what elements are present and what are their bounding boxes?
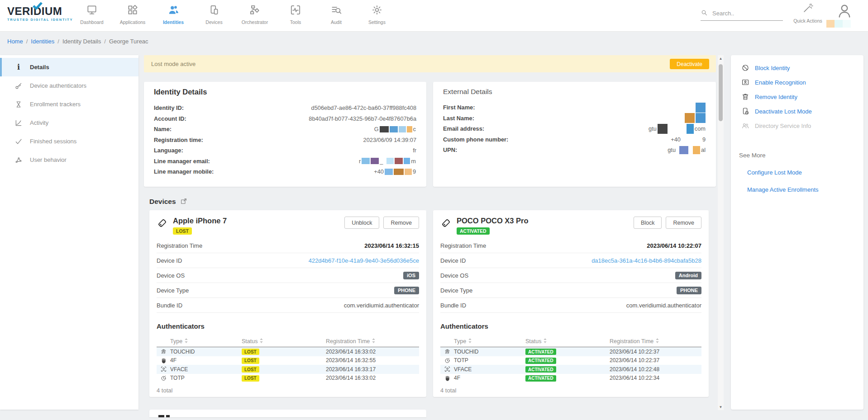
column-header-registration-time[interactable]: Registration Time <box>610 338 701 344</box>
block-button[interactable]: Block <box>634 217 662 229</box>
remove-button[interactable]: Remove <box>666 217 701 229</box>
device-field-label: Device OS <box>157 272 185 279</box>
device-field-label: Bundle ID <box>157 302 182 309</box>
authenticator-row[interactable]: VFACEACTIVATED2023/06/14 10:22:48 <box>440 365 701 374</box>
authenticator-row[interactable]: TOUCHIDACTIVATED2023/06/14 10:22:37 <box>440 347 701 356</box>
face-scan-icon <box>157 366 170 373</box>
redacted-block <box>385 169 393 175</box>
device-id-link[interactable]: da18ec5a-361a-4c16-b4b6-894cbafa5b28 <box>591 257 701 264</box>
breadcrumb-identities[interactable]: Identities <box>31 38 54 45</box>
unblock-button[interactable]: Unblock <box>344 217 379 229</box>
see-more-link-configure-lost-mode[interactable]: Configure Lost Mode <box>747 169 863 176</box>
hourglass-icon <box>14 100 23 109</box>
sidebar-item-device-authenticators[interactable]: Device authenticators <box>0 76 138 95</box>
scrollbar[interactable]: ▲ ▼ <box>718 55 724 410</box>
lost-mode-text: Lost mode active <box>151 61 196 67</box>
sidebar-item-activity[interactable]: Activity <box>0 113 138 132</box>
clipped-text <box>158 415 164 417</box>
field-label: UPN: <box>443 146 457 153</box>
authenticator-time: 2023/06/14 16:33:02 <box>326 349 419 355</box>
action-block-identity[interactable]: Block Identity <box>731 61 863 75</box>
user-menu[interactable] <box>836 3 853 20</box>
search-input[interactable] <box>712 10 776 17</box>
remove-button[interactable]: Remove <box>383 217 419 229</box>
deactivate-button[interactable]: Deactivate <box>670 59 709 69</box>
device-field-row: Device TypePHONE <box>157 283 419 298</box>
column-header-type[interactable]: Type <box>454 338 525 344</box>
action-deactivate-lost-mode[interactable]: Deactivate Lost Mode <box>731 104 863 118</box>
nav-item-label: Identities <box>163 19 184 25</box>
field-label: Email address: <box>443 125 484 132</box>
device-card-1: Apple iPhone 7LOSTUnblockRemoveRegistrat… <box>149 210 426 397</box>
nav-item-applications[interactable]: Applications <box>112 3 153 25</box>
field-row: Account ID:8b40ad7f-b077-4325-96b7-0e4f8… <box>154 113 416 124</box>
sidebar-item-enrollment-trackers[interactable]: Enrollment trackers <box>0 95 138 113</box>
field-value: +409 <box>508 136 706 143</box>
nav-item-settings[interactable]: Settings <box>357 3 397 25</box>
authenticator-row[interactable]: TOTPLOST2023/06/14 16:33:02 <box>157 374 419 383</box>
authenticators-table-header: TypeStatusRegistration Time <box>440 335 701 347</box>
action-enable-recognition[interactable]: Enable Recognition <box>731 75 863 90</box>
device-ios-badge: iOS <box>403 272 419 279</box>
breadcrumb-home[interactable]: Home <box>7 38 23 45</box>
nav-item-identities[interactable]: Identities <box>153 3 194 25</box>
device-card-2: POCO POCO X3 ProACTIVATEDBlockRemoveRegi… <box>433 210 709 397</box>
redacted-block <box>687 124 694 134</box>
column-header-type[interactable]: Type <box>170 338 242 344</box>
column-header-registration-time[interactable]: Registration Time <box>326 338 419 344</box>
authenticator-row[interactable]: TOUCHIDLOST2023/06/14 16:33:02 <box>157 347 419 356</box>
authenticator-row[interactable]: 4FLOST2023/06/14 16:32:55 <box>157 356 419 365</box>
main-content: Lost mode active Deactivate Identity Det… <box>144 55 716 420</box>
info-icon: i <box>14 63 23 72</box>
key-icon <box>14 81 23 90</box>
column-header-status[interactable]: Status <box>525 338 610 344</box>
authenticator-type: TOTP <box>170 375 242 381</box>
device-buttons: BlockRemove <box>634 217 701 235</box>
nav-item-audit[interactable]: Audit <box>316 3 357 25</box>
lost-mode-banner: Lost mode active Deactivate <box>144 55 716 72</box>
field-label: Account ID: <box>154 115 186 122</box>
magic-wand-icon <box>802 3 813 15</box>
authenticator-row[interactable]: 4FACTIVATED2023/06/14 10:22:34 <box>440 374 701 383</box>
see-more-link-manage-active-enrollments[interactable]: Manage Active Enrollments <box>747 186 863 193</box>
field-row: Line manager mobile:+409 <box>154 166 416 177</box>
field-label: Name: <box>154 126 172 132</box>
logo-check-icon <box>33 2 43 9</box>
check-icon <box>14 137 23 146</box>
device-field-label: Device Type <box>157 287 189 294</box>
device-buttons: UnblockRemove <box>344 217 419 235</box>
devices-section-title: Devices <box>149 198 176 206</box>
device-field-row: Device OSiOS <box>157 268 419 283</box>
field-value <box>475 103 706 113</box>
authenticators-title: Authenticators <box>440 322 701 330</box>
sidebar-item-finished-sessions[interactable]: Finished sessions <box>0 132 138 151</box>
device-name-wrap: Apple iPhone 7LOST <box>173 217 227 235</box>
block-icon <box>741 64 749 72</box>
nav-item-devices[interactable]: Devices <box>194 3 234 25</box>
sidebar-item-user-behavior[interactable]: User behavior <box>0 151 138 169</box>
sidebar-item-details[interactable]: iDetails <box>0 58 138 76</box>
nav-item-tools[interactable]: Tools <box>275 3 316 25</box>
external-link-icon[interactable] <box>180 198 187 206</box>
nav-item-orchestrator[interactable]: Orchestrator <box>234 3 275 25</box>
device-fields: Registration Time2023/06/14 16:32:15Devi… <box>157 238 419 313</box>
column-header-status[interactable]: Status <box>242 338 326 344</box>
action-remove-identity[interactable]: Remove Identity <box>731 90 863 104</box>
authenticator-time: 2023/06/14 10:22:48 <box>610 366 701 373</box>
device-id-link[interactable]: 422d4b67-f10e-41a9-9e40-3e56d036e5ce <box>309 257 419 264</box>
brand-logo[interactable]: VERIDIUM TRUSTED DIGITAL IDENTITY <box>7 5 75 22</box>
nav-item-dashboard[interactable]: Dashboard <box>72 3 112 25</box>
authenticator-row[interactable]: VFACELOST2023/06/14 16:33:17 <box>157 365 419 374</box>
scroll-thumb[interactable] <box>719 64 723 121</box>
scroll-up-arrow[interactable]: ▲ <box>718 55 724 61</box>
device-field-value: da18ec5a-361a-4c16-b4b6-894cbafa5b28 <box>466 257 701 264</box>
authenticator-time: 2023/06/14 10:22:37 <box>610 357 701 363</box>
scroll-down-arrow[interactable]: ▼ <box>718 404 724 410</box>
breadcrumb-separator: / <box>57 38 59 45</box>
device-name: POCO POCO X3 Pro <box>457 217 529 225</box>
authenticator-time: 2023/06/14 10:22:34 <box>610 375 701 381</box>
authenticator-row[interactable]: TOTPACTIVATED2023/06/14 10:22:37 <box>440 356 701 365</box>
quick-actions-button[interactable]: Quick Actions <box>788 3 827 24</box>
action-directory-service-info: Directory Service Info <box>731 118 863 133</box>
redacted-gap <box>681 139 702 140</box>
